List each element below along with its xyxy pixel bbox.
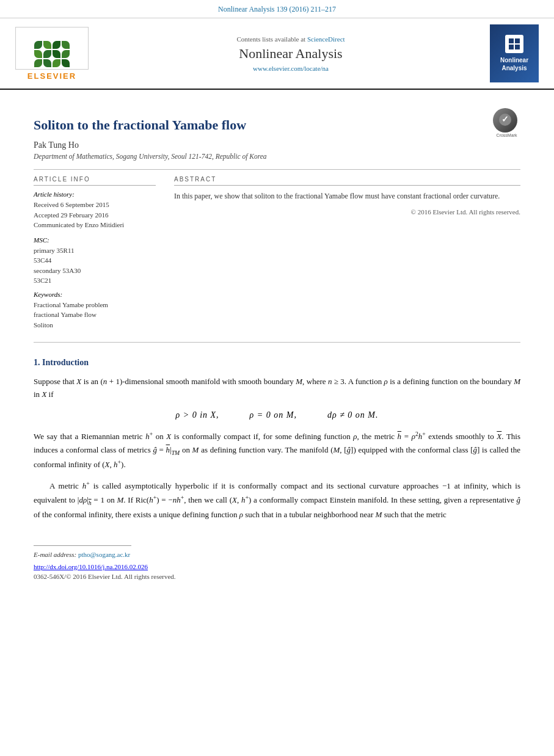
article-history-title: Article history: [34,191,156,198]
keywords-title: Keywords: [34,291,156,298]
history-line-1: Received 6 September 2015 [34,200,156,210]
svg-text:✓: ✓ [501,114,509,124]
email-link[interactable]: ptho@sogang.ac.kr [78,551,130,558]
msc-line-1: primary 35R11 [34,245,156,256]
article-history-content: Received 6 September 2015 Accepted 29 Fe… [34,200,156,230]
math-content: ρ > 0 in X, ρ = 0 on M, dρ ≠ 0 on M. [175,410,378,420]
crossmark-circle: ✓ [493,108,517,133]
article-info-column: ARTICLE INFO Article history: Received 6… [34,176,156,330]
article-info-abstract: ARTICLE INFO Article history: Received 6… [34,176,520,330]
email-label: E-mail address: [34,551,76,558]
cover-icon [505,35,523,53]
author-name: Pak Tung Ho [34,140,520,150]
history-line-2: Accepted 29 February 2016 [34,210,156,220]
keyword-1: Fractional Yamabe problem [34,300,156,310]
intro-para-3: A metric h+ is called asymptotically hyp… [34,479,520,521]
msc-line-2: 53C44 [34,255,156,266]
math-part-1: ρ > 0 in X, [175,410,219,420]
section-1-heading: 1. Introduction [34,358,520,368]
email-footnote: E-mail address: ptho@sogang.ac.kr [34,551,520,558]
journal-header: ELSEVIER Contents lists available at Sci… [0,18,554,90]
section-divider [34,342,520,343]
elsevier-logo-image [15,27,89,70]
paper-content: Soliton to the fractional Yamabe flow ✓ … [0,90,554,592]
title-area: Soliton to the fractional Yamabe flow ✓ … [34,111,520,140]
contents-label: Contents lists available at [236,35,305,43]
journal-center-info: Contents lists available at ScienceDirec… [101,35,481,72]
intro-para-1: Suppose that X is an (n + 1)-dimensional… [34,375,520,401]
intro-para-2: We say that a Riemannian metric h+ on X … [34,429,520,471]
history-line-3: Communicated by Enzo Mitidieri [34,220,156,230]
doi-anchor[interactable]: http://dx.doi.org/10.1016/j.na.2016.02.0… [34,563,148,570]
journal-name-display: Nonlinear Analysis [101,46,481,62]
footnotes-area: E-mail address: ptho@sogang.ac.kr http:/… [34,545,520,580]
msc-line-3: secondary 53A30 [34,266,156,276]
footer-copyright: 0362-546X/© 2016 Elsevier Ltd. All right… [34,573,520,580]
msc-line-4: 53C21 [34,275,156,286]
abstract-header: ABSTRACT [174,176,520,186]
cover-journal-title: Nonlinear Analysis [493,56,536,72]
author-affiliation: Department of Mathematics, Sogang Univer… [34,153,520,160]
sciencedirect-anchor[interactable]: ScienceDirect [307,35,345,43]
elsevier-leaves [34,41,70,68]
crossmark-badge: ✓ CrossMark [493,108,520,136]
msc-title: MSC: [34,236,156,244]
math-part-3: dρ ≠ 0 on M. [327,410,379,420]
abstract-column: ABSTRACT In this paper, we show that sol… [174,176,520,330]
math-display-1: ρ > 0 in X, ρ = 0 on M, dρ ≠ 0 on M. [34,410,520,420]
journal-citation: Nonlinear Analysis 139 (2016) 211–217 [0,0,554,18]
footnote-divider [34,545,131,546]
abstract-copyright: © 2016 Elsevier Ltd. All rights reserved… [174,208,520,216]
elsevier-logo: ELSEVIER [12,27,92,81]
header-divider [34,169,520,170]
journal-url: www.elsevier.com/locate/na [101,65,481,72]
elsevier-wordmark: ELSEVIER [27,71,76,81]
msc-content: primary 35R11 53C44 secondary 53A30 53C2… [34,245,156,286]
keywords-content: Fractional Yamabe problem fractional Yam… [34,300,156,330]
keyword-3: Soliton [34,320,156,330]
journal-cover-image: Nonlinear Analysis [490,24,542,82]
crossmark-label: CrossMark [493,133,520,137]
keywords-section: Keywords: Fractional Yamabe problem frac… [34,291,156,330]
keyword-2: fractional Yamabe flow [34,310,156,320]
paper-title: Soliton to the fractional Yamabe flow [34,117,246,133]
journal-cover-box: Nonlinear Analysis [490,24,539,82]
doi-link: http://dx.doi.org/10.1016/j.na.2016.02.0… [34,563,520,570]
crossmark-icon: ✓ [498,113,512,128]
abstract-text: In this paper, we show that soliton to t… [174,191,520,202]
article-info-header: ARTICLE INFO [34,176,156,186]
math-part-2: ρ = 0 on M, [250,410,297,420]
sciencedirect-link: Contents lists available at ScienceDirec… [101,35,481,43]
citation-text: Nonlinear Analysis 139 (2016) 211–217 [218,5,336,13]
